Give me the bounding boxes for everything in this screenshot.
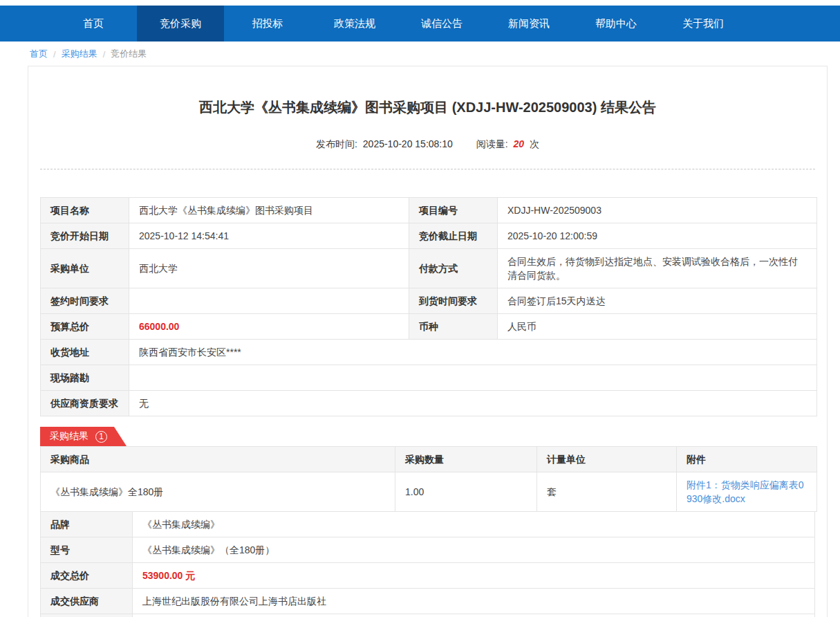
column-header-quantity: 采购数量 <box>395 447 537 472</box>
table-row: 《丛书集成续编》全180册 1.00 套 附件1：货物类响应偏离表0930修改.… <box>41 472 817 512</box>
nav-item-help-center[interactable]: 帮助中心 <box>572 6 660 42</box>
field-value: 人民币 <box>498 314 817 340</box>
nav-item-integrity-notice[interactable]: 诚信公告 <box>398 6 485 42</box>
view-count-number: 20 <box>513 138 524 149</box>
table-row: 型号 《丛书集成续编》（全180册） <box>41 537 815 563</box>
table-row: 成交供应商 上海世纪出版股份有限公司上海书店出版社 <box>41 589 815 614</box>
field-label: 竞价开始日期 <box>41 223 129 249</box>
view-count: 阅读量: 20 次 <box>476 138 539 149</box>
table-header-row: 采购商品 采购数量 计量单位 附件 <box>41 447 817 472</box>
table-row: 成交总价 53900.00 元 <box>41 563 815 589</box>
field-value: 质保期：自验收合格之日起1年。质保期内如有质量问题，供应商无条件免费更换。质保期… <box>133 614 815 617</box>
attachment-link[interactable]: 附件1：货物类响应偏离表0930修改.docx <box>687 479 804 504</box>
breadcrumb-separator: / <box>103 49 106 59</box>
table-row: 供应商资质要求 无 <box>41 391 817 416</box>
product-name: 《丛书集成续编》全180册 <box>41 472 395 512</box>
field-value: 西北大学 <box>129 249 409 288</box>
field-label: 签约时间要求 <box>41 288 129 314</box>
column-header-attachment: 附件 <box>677 447 817 472</box>
field-label: 采购单位 <box>41 249 129 288</box>
field-label: 现场踏勘 <box>41 365 129 391</box>
field-value: 陕西省西安市长安区**** <box>129 340 817 365</box>
field-value: 西北大学《丛书集成续编》图书采购项目 <box>129 198 409 223</box>
breadcrumb-current: 竞价结果 <box>111 48 147 60</box>
dashed-divider <box>40 169 815 169</box>
field-label: 付款方式 <box>409 249 498 288</box>
field-value: 2025-10-20 12:00:59 <box>498 223 817 249</box>
column-header-product: 采购商品 <box>41 447 395 472</box>
field-label: 型号 <box>41 537 133 563</box>
field-value <box>129 288 409 314</box>
publish-time: 发布时间: 2025-10-20 15:08:10 <box>316 138 456 149</box>
field-label: 质保及售后服务 <box>41 614 133 617</box>
table-row: 预算总价 66000.00 币种 人民币 <box>41 314 817 340</box>
table-row: 质保及售后服务 质保期：自验收合格之日起1年。质保期内如有质量问题，供应商无条件… <box>41 614 815 617</box>
field-value: 2025-10-12 14:54:41 <box>129 223 409 249</box>
badge-label: 采购结果 <box>50 430 88 443</box>
result-detail-table: 品牌 《丛书集成续编》 型号 《丛书集成续编》（全180册） 成交总价 5390… <box>40 511 815 617</box>
table-row: 签约时间要求 到货时间要求 合同签订后15天内送达 <box>41 288 817 314</box>
nav-item-home[interactable]: 首页 <box>50 6 137 42</box>
announcement-card: 西北大学《丛书集成续编》图书采购项目 (XDJJ-HW-202509003) 结… <box>28 66 828 617</box>
field-label: 成交供应商 <box>41 589 133 614</box>
breadcrumb-separator: / <box>53 49 56 59</box>
table-row: 竞价开始日期 2025-10-12 14:54:41 竞价截止日期 2025-1… <box>41 223 817 249</box>
breadcrumb-home-link[interactable]: 首页 <box>30 48 48 60</box>
product-unit: 套 <box>537 472 677 512</box>
field-label: 竞价截止日期 <box>409 223 498 249</box>
nav-item-news[interactable]: 新闻资讯 <box>485 6 572 42</box>
field-label: 供应商资质要求 <box>41 391 129 416</box>
field-label: 品牌 <box>41 512 133 537</box>
deal-total-price: 53900.00 元 <box>133 563 815 589</box>
article-meta: 发布时间: 2025-10-20 15:08:10 阅读量: 20 次 <box>40 138 815 151</box>
field-value: 《丛书集成续编》 <box>133 512 815 537</box>
procurement-result-badge: 采购结果 1 <box>40 427 127 446</box>
table-row: 现场踏勘 <box>41 365 817 391</box>
table-row: 采购单位 西北大学 付款方式 合同生效后，待货物到达指定地点、安装调试验收合格后… <box>41 249 817 288</box>
field-value: 合同生效后，待货物到达指定地点、安装调试验收合格后，一次性付清合同货款。 <box>498 249 817 288</box>
field-label: 预算总价 <box>41 314 129 340</box>
field-value: 无 <box>129 391 817 416</box>
field-label: 项目名称 <box>41 198 129 223</box>
product-quantity: 1.00 <box>395 472 537 512</box>
page-title: 西北大学《丛书集成续编》图书采购项目 (XDJJ-HW-202509003) 结… <box>40 98 815 117</box>
table-row: 品牌 《丛书集成续编》 <box>41 512 815 537</box>
field-label: 币种 <box>409 314 498 340</box>
field-value: 合同签订后15天内送达 <box>498 288 817 314</box>
product-attachment-cell: 附件1：货物类响应偏离表0930修改.docx <box>677 472 817 512</box>
column-header-unit: 计量单位 <box>537 447 677 472</box>
field-value: XDJJ-HW-202509003 <box>498 198 817 223</box>
field-value: 《丛书集成续编》（全180册） <box>133 537 815 563</box>
field-value <box>129 365 817 391</box>
breadcrumb: 首页 / 采购结果 / 竞价结果 <box>0 42 840 66</box>
field-value: 上海世纪出版股份有限公司上海书店出版社 <box>133 589 815 614</box>
nav-item-policies[interactable]: 政策法规 <box>311 6 398 42</box>
nav-item-tendering[interactable]: 招投标 <box>224 6 311 42</box>
field-label: 项目编号 <box>409 198 498 223</box>
field-label: 收货地址 <box>41 340 129 365</box>
breadcrumb-section-link[interactable]: 采购结果 <box>62 48 97 60</box>
result-product-table: 采购商品 采购数量 计量单位 附件 《丛书集成续编》全180册 1.00 套 附… <box>40 446 817 512</box>
project-info-table: 项目名称 西北大学《丛书集成续编》图书采购项目 项目编号 XDJJ-HW-202… <box>40 197 817 416</box>
field-label: 成交总价 <box>41 563 133 589</box>
nav-item-bidding-procurement[interactable]: 竞价采购 <box>137 6 224 42</box>
table-row: 项目名称 西北大学《丛书集成续编》图书采购项目 项目编号 XDJJ-HW-202… <box>41 198 817 223</box>
top-navigation-bar: 首页 竞价采购 招投标 政策法规 诚信公告 新闻资讯 帮助中心 关于我们 <box>0 6 840 42</box>
table-row: 收货地址 陕西省西安市长安区**** <box>41 340 817 365</box>
nav-item-about-us[interactable]: 关于我们 <box>660 6 747 42</box>
budget-total-price: 66000.00 <box>129 314 409 340</box>
badge-count: 1 <box>95 431 107 443</box>
field-label: 到货时间要求 <box>409 288 498 314</box>
